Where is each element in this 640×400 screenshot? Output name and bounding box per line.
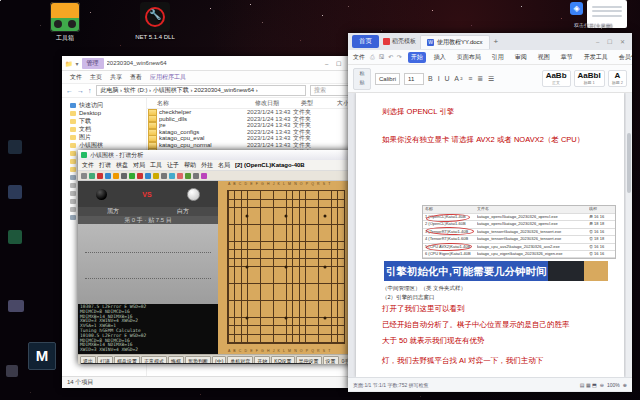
desktop-icon[interactable] [8,230,22,244]
style-chip-h1[interactable]: AaBbI标题 1 [574,70,605,87]
tab-section[interactable]: 章节 [558,52,576,63]
engine-console[interactable]: 10307.5 L2Error E WGD=02 MDIMCD=8 NDIMCD… [78,304,218,354]
desktop-icon-m-app[interactable]: M [28,342,56,370]
go-board[interactable]: A B C D E F G H J K L M N O P Q R S T A … [218,181,362,354]
tab-app-tools[interactable]: 应用程序工具 [150,73,186,82]
zoom-in-icon[interactable]: ⊕ [623,382,627,388]
desktop-icon[interactable] [6,365,18,377]
tab-dev-tools[interactable]: 开发工具 [581,52,611,63]
nav-item-documents[interactable]: 文档 [62,125,146,133]
docer-tab[interactable]: 稻壳模板 [383,37,416,46]
desktop-icon-dll-tool[interactable]: NET 5.1.4 DLL [132,2,178,40]
toolbar-icon[interactable] [129,173,135,179]
menu-help[interactable]: 帮助 [184,161,196,170]
go-title-bar[interactable]: 小镇围棋 - 打谱分析 [78,150,362,160]
toolbar-icon[interactable] [185,173,191,179]
document-page[interactable]: 则选择 OPENCL 引擎 如果你没有独立显卡 请选择 AVX2 或者 NOAV… [356,93,624,377]
zoom-out-icon[interactable]: ⊖ [600,382,604,388]
toolbar-icon[interactable] [201,173,207,179]
toolbar-icon[interactable] [121,173,127,179]
widget-button[interactable]: ◈ [570,2,583,15]
toolbar-icon[interactable] [153,173,159,179]
toolbar-icon[interactable] [97,173,103,179]
table-row[interactable]: jre2023/1/24 13:43文件夹 [147,122,360,129]
toolbar-icon[interactable] [105,173,111,179]
file-menu[interactable]: 文件 [353,53,365,62]
back-forward-up-icons[interactable]: ← → ↑ [66,87,92,94]
home-tab[interactable]: 首页 [352,35,379,48]
nav-item-pictures[interactable]: 图片 [62,133,146,141]
manage-ribbon-tab[interactable]: 管理 [82,58,104,69]
menu-tools[interactable]: 工具 [150,161,162,170]
toolbar-icon[interactable] [193,173,199,179]
folder-icon: 📁 [65,60,73,67]
toolbar-icon[interactable] [137,173,143,179]
toolbar-icon[interactable] [89,173,95,179]
settings-button[interactable]: 设置 [323,356,339,364]
engine-init-message: 引擎初始化中,可能需要几分钟时间 [81,363,311,364]
nav-item-desktop[interactable]: Desktop [62,109,146,117]
explorer-title-bar[interactable]: 📁 ▾ 管理 20230304_win6new64 – ☐ ✕ [62,56,360,71]
desktop-icon[interactable] [8,140,22,154]
tab-file[interactable]: 文件 [70,73,82,82]
font-name-select[interactable]: Calibri [375,73,400,85]
tab-share[interactable]: 共享 [110,73,122,82]
desktop-icon[interactable] [8,300,24,312]
quick-access-toolbar[interactable]: ▾ [76,60,79,67]
toolbar-icon[interactable] [177,173,183,179]
toolbar-icon[interactable] [161,173,167,179]
desktop-icon[interactable] [8,185,22,199]
col-name[interactable]: 名称 [147,98,255,108]
table-row[interactable]: katago_configs2023/1/24 13:43文件夹 [147,129,360,136]
table-row[interactable]: public_dlls2023/1/24 13:43文件夹 [147,116,360,123]
col-type[interactable]: 类型 [301,98,337,108]
tab-page-layout[interactable]: 页面布局 [454,52,484,63]
paste-button[interactable]: 粘贴 [353,68,371,90]
toolbar-icon[interactable] [145,173,151,179]
window-controls[interactable]: – ☐ ✕ [596,38,628,45]
toolbar-icon[interactable] [169,173,175,179]
table-row[interactable]: checkhelper2023/1/24 13:43文件夹 [147,109,360,116]
analysis-panel[interactable] [78,224,218,304]
tab-home[interactable]: 主页 [90,73,102,82]
nav-quick-access[interactable]: 快速访问 [62,101,146,109]
table-row[interactable]: katago_cpu_eval2023/1/24 13:43文件夹 [147,135,360,142]
menu-file[interactable]: 文件 [82,161,94,170]
nav-item-folder[interactable]: 小镇围棋 [62,141,146,149]
paragraph-icons[interactable]: ≡ ≣ ☰ [468,75,496,83]
vertical-scrollbar[interactable] [626,93,632,377]
menu-record[interactable]: 打谱 [99,161,111,170]
style-chip-body[interactable]: AaBb正文 [542,70,571,87]
tab-view[interactable]: 查看 [130,73,142,82]
nav-item-downloads[interactable]: 下载 [62,117,146,125]
menu-games[interactable]: 名局 [218,161,230,170]
tab-insert[interactable]: 插入 [431,52,449,63]
table-row[interactable]: katago_cpu_normal2023/1/24 13:43文件夹 [147,142,360,149]
player-labels: 黑方 白方 [78,207,218,216]
tab-view[interactable]: 视图 [535,52,553,63]
tab-review[interactable]: 审阅 [512,52,530,63]
menu-handicap[interactable]: 让子 [167,161,179,170]
breadcrumb[interactable]: 此电脑 › 软件 (D:) › 小镇围棋下载 › 20230304_win6ne… [96,85,306,96]
new-tab-button[interactable]: + [494,37,499,46]
tab-member[interactable]: 会员专享 [616,52,632,63]
tab-references[interactable]: 引用 [489,52,507,63]
document-tab[interactable]: W使用教程YY.docx [420,35,490,49]
font-size-select[interactable]: 11 [404,73,424,85]
quick-icons[interactable]: ⎙ 🖫 ↶ ↷ [370,53,403,61]
style-chip-h2[interactable]: A标题 2 [608,70,627,87]
tab-start[interactable]: 开始 [408,52,426,63]
view-mode-icons[interactable]: ▤ ▦ ⬒ [580,382,597,388]
embedded-init-message-image[interactable]: 引擎初始化中,可能需要几分钟时间 [384,261,608,281]
scrollbar-thumb[interactable] [627,133,631,193]
list-column-headers[interactable]: 名称 修改日期 类型 大小 [147,98,360,109]
drive-icon [70,191,76,196]
bold-italic-underline-icons[interactable]: B I U A² [428,75,464,82]
menu-board[interactable]: 棋盘 [116,161,128,170]
col-date[interactable]: 修改日期 [255,98,301,108]
toolbar-icon[interactable] [113,173,119,179]
menu-plugin[interactable]: 外挂 [201,161,213,170]
menu-game[interactable]: 对局 [133,161,145,170]
toolbar-icon[interactable] [81,173,87,179]
desktop-icon-toolbox[interactable]: 工具箱 [42,2,88,43]
